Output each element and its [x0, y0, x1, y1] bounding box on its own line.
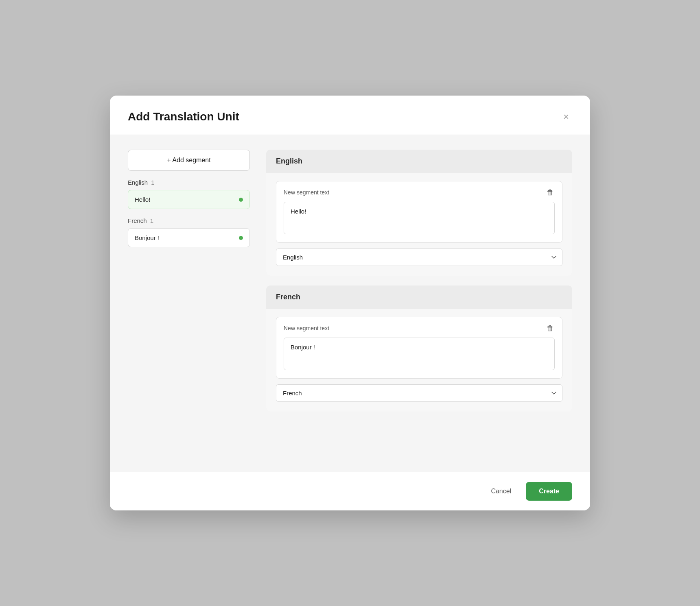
french-segment-item[interactable]: Bonjour !: [128, 228, 250, 247]
french-segment-card: New segment text 🗑 Bonjour !: [276, 317, 562, 379]
english-label: English: [128, 179, 148, 186]
dialog: Add Translation Unit × + Add segment Eng…: [110, 96, 590, 510]
close-button[interactable]: ×: [560, 110, 572, 123]
dialog-body: + Add segment English 1 Hello! French: [110, 135, 590, 472]
left-panel: + Add segment English 1 Hello! French: [128, 150, 250, 457]
english-textarea[interactable]: Hello!: [284, 202, 555, 234]
french-group-header: French 1: [128, 217, 250, 224]
french-count: 1: [150, 217, 153, 224]
dialog-header: Add Translation Unit ×: [110, 96, 590, 135]
english-group-header: English 1: [128, 179, 250, 186]
dialog-footer: Cancel Create: [110, 472, 590, 510]
french-label: French: [128, 217, 147, 224]
english-count: 1: [151, 179, 154, 186]
dialog-title: Add Translation Unit: [128, 110, 239, 123]
french-segment-dot: [239, 236, 243, 240]
french-section-header: French: [266, 286, 572, 309]
cancel-button[interactable]: Cancel: [483, 483, 519, 500]
english-language-group: English 1 Hello!: [128, 179, 250, 209]
right-panel: English New segment text 🗑 Hello!: [266, 150, 572, 457]
english-section: English New segment text 🗑 Hello!: [266, 150, 572, 276]
english-segment-card: New segment text 🗑 Hello!: [276, 181, 562, 243]
create-button[interactable]: Create: [526, 482, 572, 501]
french-delete-button[interactable]: 🗑: [546, 324, 555, 333]
trash-icon-french: 🗑: [547, 324, 554, 332]
english-delete-button[interactable]: 🗑: [546, 188, 555, 197]
english-card-label: New segment text: [284, 189, 329, 196]
english-section-header: English: [266, 150, 572, 173]
dialog-overlay: Add Translation Unit × + Add segment Eng…: [0, 0, 700, 606]
french-segment-text: Bonjour !: [135, 234, 159, 241]
french-textarea[interactable]: Bonjour !: [284, 338, 555, 370]
trash-icon: 🗑: [547, 188, 554, 196]
english-section-body: New segment text 🗑 Hello! English French…: [266, 173, 572, 276]
english-segment-item[interactable]: Hello!: [128, 190, 250, 209]
english-segment-text: Hello!: [135, 196, 150, 203]
french-card-label: New segment text: [284, 325, 329, 331]
french-section: French New segment text 🗑 Bonjour !: [266, 286, 572, 412]
french-language-group: French 1 Bonjour !: [128, 217, 250, 247]
english-card-header: New segment text 🗑: [284, 188, 555, 197]
french-card-header: New segment text 🗑: [284, 324, 555, 333]
french-section-body: New segment text 🗑 Bonjour ! English Fre…: [266, 309, 572, 412]
french-language-select[interactable]: English French Spanish German: [276, 384, 562, 402]
add-segment-button[interactable]: + Add segment: [128, 150, 250, 171]
english-segment-dot: [239, 198, 243, 202]
english-language-select[interactable]: English French Spanish German: [276, 249, 562, 266]
